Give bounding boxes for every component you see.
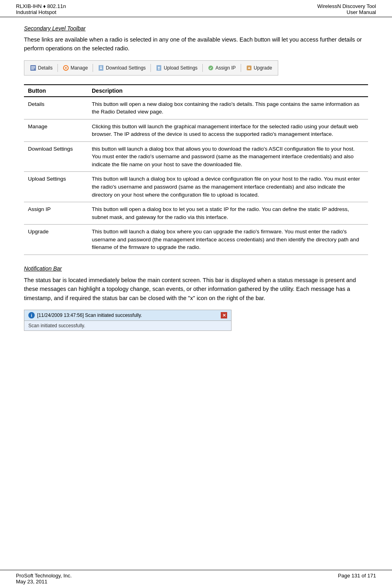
table-row: Assign IPThis button will open a dialog … [24,202,368,225]
notif-top-row: i [11/24/2009 13:47:56] Scan initiated s… [24,310,231,321]
manage-label: Manage [71,65,88,71]
page-footer: ProSoft Technology, Inc. May 23, 2011 Pa… [0,570,392,587]
assignip-icon: ✓ [208,65,214,71]
toolbar-btn-upload[interactable]: Upload Settings [156,65,198,71]
page-header: RLXIB-IHN ♦ 802.11n Industrial Hotspot W… [0,0,392,17]
notif-timestamp-msg: [11/24/2009 13:47:56] Scan initiated suc… [37,312,142,318]
svg-rect-2 [31,68,35,68]
svg-rect-1 [31,66,35,67]
toolbar-btn-upgrade[interactable]: Upgrade [246,65,272,71]
upgrade-icon [246,65,252,71]
header-tool-name: WirelessN Discovery Tool [317,3,376,9]
main-content: Secondary Level Toolbar These links are … [0,17,392,355]
table-row: ManageClicking this button will launch t… [24,119,368,141]
svg-rect-11 [158,68,159,70]
toolbar-btn-manage[interactable]: Manage [63,65,88,71]
table-row: Download Settingsthis button will launch… [24,141,368,172]
toolbar-image: Details Manage [24,60,278,76]
upload-icon [156,65,162,71]
notification-section-title: Notification Bar [24,265,368,272]
header-right: WirelessN Discovery Tool User Manual [317,3,376,15]
notif-bottom-msg: Scan initiated successfully. [28,323,85,328]
toolbar-btn-download[interactable]: Download Settings [98,65,146,71]
button-table: Button Description DetailsThis button wi… [24,84,368,255]
toolbar-section-title: Secondary Level Toolbar [24,25,368,32]
table-row: UpgradeThis button will launch a dialog … [24,225,368,255]
sep-4 [202,64,203,72]
upgrade-label: Upgrade [254,65,272,71]
table-cell-description: This button will launch a dialog box to … [88,172,368,202]
upload-label: Upload Settings [164,65,198,71]
toolbar-intro: These links are available when a radio i… [24,36,368,53]
svg-rect-8 [101,66,101,68]
table-cell-description: this button will launch a dialog box tha… [88,141,368,172]
col-header-description: Description [88,85,368,97]
download-label: Download Settings [106,65,146,71]
table-cell-button: Assign IP [24,202,88,225]
assignip-label: Assign IP [216,65,236,71]
manage-icon [63,65,69,71]
table-cell-description: Clicking this button will launch the gra… [88,119,368,141]
col-header-button: Button [24,85,88,97]
notification-text: The status bar is located immediately be… [24,276,368,302]
table-cell-description: This button will open a new dialog box c… [88,97,368,119]
table-cell-button: Download Settings [24,141,88,172]
svg-point-5 [65,67,67,69]
table-cell-description: This button will launch a dialog box whe… [88,225,368,255]
footer-company: ProSoft Technology, Inc. [16,573,72,579]
svg-text:✓: ✓ [209,66,212,70]
table-cell-description: This button will open a dialog box to le… [88,202,368,225]
notif-bottom-row: Scan initiated successfully. [24,321,231,330]
sep-3 [150,64,151,72]
header-product-sub: Industrial Hotspot [16,9,66,15]
footer-page: Page 131 of 171 [338,573,376,585]
notif-close-button[interactable]: ✕ [221,312,227,318]
table-row: DetailsThis button will open a new dialo… [24,97,368,119]
toolbar-btn-assignip[interactable]: ✓ Assign IP [208,65,236,71]
notif-top-left: i [11/24/2009 13:47:56] Scan initiated s… [28,312,142,318]
table-cell-button: Manage [24,119,88,141]
details-label: Details [38,65,53,71]
sep-5 [241,64,241,72]
notif-info-icon: i [28,312,35,318]
sep-1 [57,64,58,72]
download-icon [98,65,104,71]
footer-date: May 23, 2011 [16,579,72,585]
header-doc-type: User Manual [317,9,376,15]
notification-section: Notification Bar The status bar is locat… [24,265,368,331]
svg-rect-3 [31,69,34,70]
toolbar-btn-details[interactable]: Details [30,65,53,71]
header-product: RLXIB-IHN ♦ 802.11n [16,3,66,9]
footer-left: ProSoft Technology, Inc. May 23, 2011 [16,573,72,585]
table-cell-button: Upload Settings [24,172,88,202]
header-left: RLXIB-IHN ♦ 802.11n Industrial Hotspot [16,3,66,15]
details-icon [30,65,36,71]
table-cell-button: Upgrade [24,225,88,255]
sep-2 [93,64,93,72]
table-row: Upload SettingsThis button will launch a… [24,172,368,202]
table-cell-button: Details [24,97,88,119]
notification-bar-example: i [11/24/2009 13:47:56] Scan initiated s… [24,310,232,331]
toolbar-section: Secondary Level Toolbar These links are … [24,25,368,255]
